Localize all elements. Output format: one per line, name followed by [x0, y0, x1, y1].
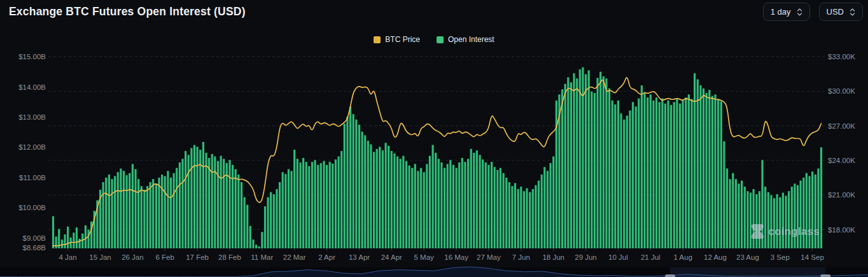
- svg-text:10 Jul: 10 Jul: [608, 253, 628, 261]
- navigator-handle-right[interactable]: [820, 274, 830, 277]
- svg-text:15 Jan: 15 Jan: [89, 253, 111, 261]
- svg-text:$18.00K: $18.00K: [828, 226, 855, 234]
- svg-text:$8.68B: $8.68B: [23, 244, 46, 252]
- svg-text:27 May: 27 May: [477, 253, 501, 261]
- svg-text:$30.00K: $30.00K: [828, 87, 855, 95]
- svg-text:17 Feb: 17 Feb: [186, 253, 209, 261]
- legend-label: Open Interest: [448, 35, 494, 44]
- svg-text:$14.00B: $14.00B: [18, 83, 46, 91]
- svg-text:18 Jun: 18 Jun: [542, 253, 564, 261]
- svg-text:28 Feb: 28 Feb: [218, 253, 241, 261]
- svg-text:11 Mar: 11 Mar: [251, 253, 273, 261]
- svg-text:$10.00B: $10.00B: [18, 204, 46, 211]
- svg-text:$15.00B: $15.00B: [18, 53, 46, 60]
- svg-text:$13.00B: $13.00B: [18, 113, 46, 121]
- currency-select[interactable]: USD: [819, 3, 863, 21]
- open-interest-bars[interactable]: [52, 67, 822, 248]
- svg-text:4 Jan: 4 Jan: [59, 253, 77, 261]
- svg-text:$33.00K: $33.00K: [828, 53, 855, 60]
- left-axis-labels: $15.00B$14.00B$13.00B$12.00B$11.00B$10.0…: [18, 53, 46, 252]
- btc-price-swatch-icon: [374, 36, 381, 43]
- svg-text:$11.00B: $11.00B: [19, 174, 46, 181]
- svg-text:13 Apr: 13 Apr: [349, 253, 370, 261]
- page-title: Exchange BTC Futures Open Interest (USD): [9, 5, 246, 18]
- svg-text:29 Jun: 29 Jun: [575, 253, 597, 261]
- interval-select-value: 1 day: [771, 7, 791, 17]
- updown-chevron-icon: [797, 7, 802, 17]
- svg-text:6 Feb: 6 Feb: [155, 253, 174, 261]
- svg-text:$9.00B: $9.00B: [23, 234, 46, 242]
- currency-select-value: USD: [827, 7, 844, 17]
- interval-select[interactable]: 1 day: [763, 3, 810, 21]
- svg-text:22 Mar: 22 Mar: [283, 253, 306, 261]
- svg-text:12 Aug: 12 Aug: [704, 253, 727, 261]
- range-navigator[interactable]: [0, 267, 868, 277]
- svg-text:$21.00K: $21.00K: [828, 191, 855, 199]
- open-interest-swatch-icon: [437, 36, 444, 43]
- legend-item-open-interest[interactable]: Open Interest: [437, 35, 494, 44]
- navigator-handle-left[interactable]: [665, 274, 675, 277]
- legend-label: BTC Price: [385, 35, 420, 44]
- navigator-selection[interactable]: [670, 267, 825, 277]
- updown-chevron-icon: [850, 7, 855, 17]
- x-axis-labels: 4 Jan15 Jan26 Jan6 Feb17 Feb28 Feb11 Mar…: [59, 248, 824, 261]
- chart-controls: 1 day USD: [763, 3, 863, 21]
- svg-text:$27.00K: $27.00K: [828, 122, 855, 130]
- svg-text:5 May: 5 May: [414, 253, 435, 261]
- svg-text:24 Apr: 24 Apr: [381, 253, 402, 261]
- svg-text:16 May: 16 May: [444, 253, 468, 261]
- open-interest-chart[interactable]: $15.00B$14.00B$13.00B$12.00B$11.00B$10.0…: [0, 0, 868, 277]
- svg-text:3 Sep: 3 Sep: [771, 253, 790, 261]
- svg-text:2 Apr: 2 Apr: [318, 253, 335, 261]
- right-axis-labels: $33.00K$30.00K$27.00K$24.00K$21.00K$18.0…: [828, 53, 855, 234]
- svg-text:$24.00K: $24.00K: [828, 157, 855, 164]
- svg-text:26 Jan: 26 Jan: [122, 253, 144, 261]
- svg-text:$12.00B: $12.00B: [18, 143, 46, 151]
- svg-text:1 Aug: 1 Aug: [673, 253, 692, 261]
- svg-text:23 Aug: 23 Aug: [736, 253, 759, 261]
- svg-text:21 Jul: 21 Jul: [641, 253, 661, 261]
- svg-text:14 Sep: 14 Sep: [801, 253, 823, 261]
- svg-text:7 Jun: 7 Jun: [512, 253, 530, 261]
- legend-item-btc-price[interactable]: BTC Price: [374, 35, 420, 44]
